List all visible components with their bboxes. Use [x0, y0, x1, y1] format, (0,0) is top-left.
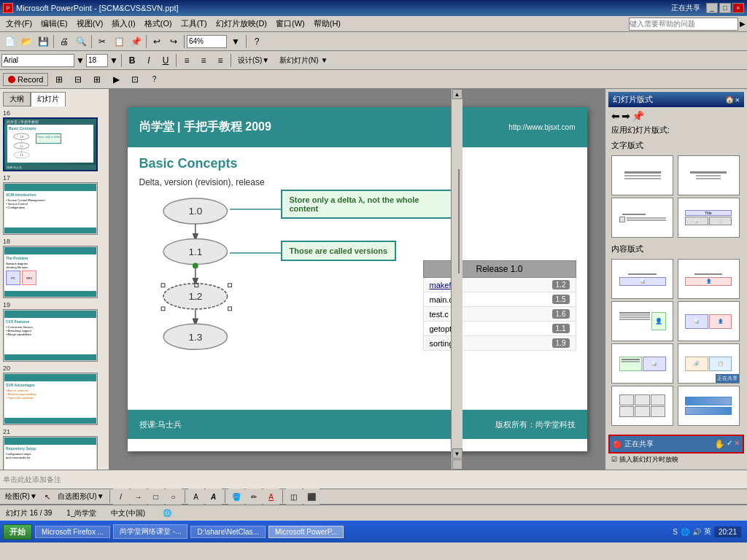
sharing-check-icon[interactable]: ✓ [727, 439, 732, 449]
menu-insert[interactable]: 插入(I) [107, 17, 139, 31]
italic-button[interactable]: I [141, 52, 157, 69]
content-style-2[interactable]: 👤 [678, 259, 740, 299]
wordart-tool[interactable]: A [206, 489, 222, 505]
align-center-button[interactable]: ≡ [196, 52, 212, 69]
close-button[interactable]: × [732, 3, 744, 13]
zoom-dropdown[interactable]: ▼ [228, 34, 244, 50]
fontsize-input[interactable] [86, 54, 108, 67]
sharing-stop-icon[interactable]: ✕ [734, 439, 740, 449]
slide-thumb-21[interactable]: Repository Setup Configuration stepsand … [3, 436, 98, 470]
slide-thumb-18[interactable]: The Problem Network diagramshowing file … [3, 246, 98, 298]
line-color[interactable]: ✏ [246, 489, 262, 505]
text-style-2[interactable] [678, 155, 740, 195]
menu-view[interactable]: 视图(V) [72, 17, 108, 31]
minimize-button[interactable]: _ [706, 3, 718, 13]
select-tool[interactable]: ↖ [41, 490, 54, 503]
scroll-down-button[interactable]: ▼ [452, 448, 462, 459]
align-right-button[interactable]: ≡ [212, 52, 228, 69]
3d-tool[interactable]: ⬛ [303, 489, 320, 505]
taskbar-course[interactable]: 尚学堂网络课堂 -... [113, 524, 187, 539]
new-button[interactable]: 📄 [1, 34, 18, 50]
scroll-up-button[interactable]: ▲ [452, 89, 462, 99]
record-tool-2[interactable]: ⊟ [70, 71, 86, 88]
line-tool[interactable]: / [113, 489, 129, 505]
panel-close-icon[interactable]: × [735, 96, 740, 104]
fill-color[interactable]: 🪣 [228, 489, 244, 505]
content-style-7[interactable] [611, 386, 673, 426]
content-style-3[interactable]: 👤 [611, 301, 673, 341]
taskbar-firefox[interactable]: Microsoft Firefox ... [35, 526, 110, 538]
autoselect-menu[interactable]: 自选图形(U)▼ [55, 491, 107, 502]
slide-thumb-20[interactable]: SVN Advantages • Atomic commits• Better … [3, 373, 98, 425]
content-style-6[interactable]: 🔗 📋 正在共享 [678, 343, 740, 384]
design-button[interactable]: 设计(S)▼ [233, 52, 274, 69]
help-search-button[interactable]: ▶ [740, 20, 746, 28]
callout-version[interactable]: Those are called versions [281, 241, 397, 261]
taskbar-netclass[interactable]: D:\share\NetClas... [190, 526, 265, 538]
start-button[interactable]: 开始 [3, 524, 32, 540]
preview-button[interactable]: 🔍 [73, 34, 89, 50]
text-style-1[interactable] [611, 155, 673, 195]
maximize-button[interactable]: □ [719, 3, 731, 13]
menu-file[interactable]: 文件(F) [1, 17, 36, 31]
tab-slides[interactable]: 幻灯片 [31, 92, 66, 106]
content-style-1[interactable]: 📊 [611, 259, 673, 299]
callout-delta[interactable]: Store only a delta λ, not the whole cont… [281, 190, 456, 219]
slide-thumb-16[interactable]: 尚学堂 | 手把手教程 Basic Concepts 1.0 1.1 1.2 [3, 117, 98, 171]
taskbar-powerpoint[interactable]: Microsoft PowerP... [268, 526, 344, 538]
drawing-menu[interactable]: 绘图(R)▼ [3, 491, 39, 502]
record-tool-5[interactable]: ⊡ [127, 71, 143, 88]
panel-home-btn[interactable]: ⬅ [611, 110, 620, 122]
record-tool-4[interactable]: ▶ [108, 71, 124, 88]
align-left-button[interactable]: ≡ [179, 52, 195, 69]
sharing-hand-icon[interactable]: ✋ [714, 439, 725, 449]
vertical-scrollbar[interactable]: ▲ ▼ [451, 89, 462, 470]
underline-button[interactable]: U [158, 52, 174, 69]
tab-outline[interactable]: 大纲 [3, 92, 31, 106]
font-input[interactable] [1, 54, 74, 67]
menu-help[interactable]: 帮助(H) [309, 17, 345, 31]
panel-pin-btn[interactable]: 📌 [632, 110, 644, 122]
record-tool-3[interactable]: ⊞ [89, 71, 105, 88]
rect-tool[interactable]: □ [148, 489, 164, 505]
menu-tools[interactable]: 工具(T) [177, 17, 212, 31]
save-button[interactable]: 💾 [35, 34, 51, 50]
copy-button[interactable]: 📋 [111, 34, 127, 50]
slide-thumb-19[interactable]: CVS Features • Concurrent Version• Branc… [3, 309, 98, 362]
menu-edit[interactable]: 编辑(E) [36, 17, 72, 31]
panel-fwd-btn[interactable]: ➡ [622, 110, 630, 122]
text-tool[interactable]: A [188, 489, 204, 505]
arrow-tool[interactable]: → [131, 489, 147, 505]
text-style-4[interactable]: Title 📊 📋 [678, 198, 740, 238]
notes-placeholder[interactable]: 单击此处添加备注 [3, 475, 61, 485]
bold-button[interactable]: B [124, 52, 140, 69]
menu-slideshow[interactable]: 幻灯片放映(D) [212, 17, 271, 31]
text-style-3[interactable] [611, 198, 673, 238]
print-button[interactable]: 🖨 [56, 34, 72, 50]
menu-window[interactable]: 窗口(W) [271, 17, 309, 31]
menu-format[interactable]: 格式(O) [140, 17, 177, 31]
record-help-button[interactable]: ? [146, 71, 162, 88]
cut-button[interactable]: ✂ [94, 34, 110, 50]
font-color[interactable]: A [263, 489, 279, 505]
record-button[interactable]: Record [3, 73, 48, 86]
fontsize-dropdown[interactable]: ▼ [109, 52, 119, 69]
ellipse-tool[interactable]: ○ [166, 489, 182, 505]
panel-home-icon[interactable]: 🏠 [725, 96, 734, 104]
shadow-tool[interactable]: ◫ [286, 489, 302, 505]
content-style-8[interactable] [678, 386, 740, 426]
scrollbar-thumb[interactable] [458, 169, 460, 274]
undo-button[interactable]: ↩ [149, 34, 165, 50]
open-button[interactable]: 📂 [18, 34, 34, 50]
record-tool-1[interactable]: ⊞ [51, 71, 67, 88]
paste-button[interactable]: 📌 [128, 34, 144, 50]
help-search-input[interactable] [629, 18, 738, 31]
help-button[interactable]: ? [249, 34, 265, 50]
new-slide-button[interactable]: 新幻灯片(N) ▼ [274, 52, 333, 69]
content-style-5[interactable]: 📊 [611, 343, 673, 384]
zoom-input[interactable] [187, 35, 227, 48]
content-style-4[interactable]: 📊 👤 [678, 301, 740, 341]
font-dropdown[interactable]: ▼ [75, 52, 85, 69]
slide-thumb-17[interactable]: SCM Introduction • Source Control Manage… [3, 182, 98, 235]
redo-button[interactable]: ↪ [166, 34, 182, 50]
